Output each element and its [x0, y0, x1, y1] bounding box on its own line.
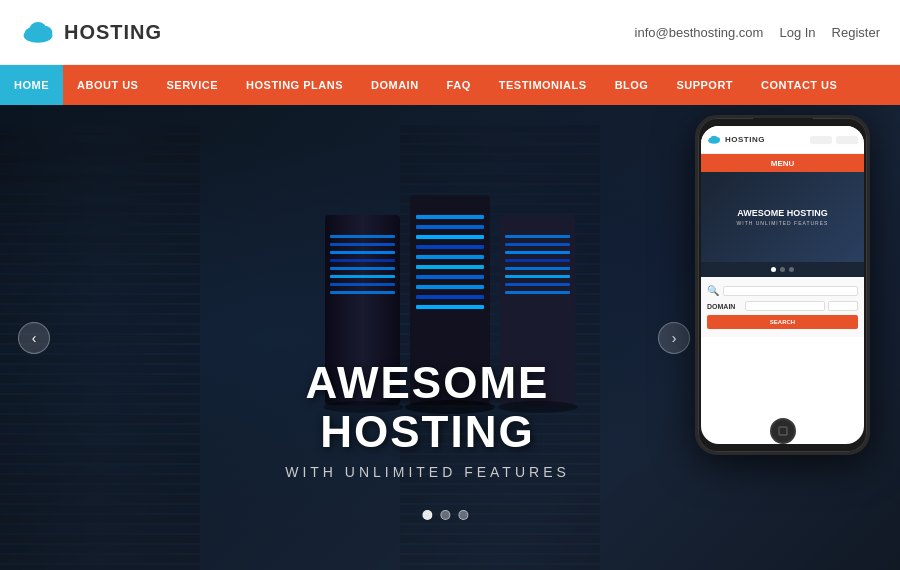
phone-header-right: [810, 136, 858, 144]
svg-rect-31: [505, 275, 570, 278]
svg-rect-29: [505, 259, 570, 262]
slide-dot-2[interactable]: [440, 510, 450, 520]
cloud-icon: [20, 18, 56, 46]
nav-item-contact[interactable]: CONTACT US: [747, 65, 851, 105]
logo: HOSTING: [20, 18, 162, 46]
phone-mockup: HOSTING Menu AWESOME HOSTING WITH UNLIMI…: [695, 115, 870, 455]
header-right: info@besthosting.com Log In Register: [635, 25, 880, 40]
phone-domain-select[interactable]: [828, 301, 858, 311]
phone-home-area: [770, 418, 796, 444]
svg-rect-32: [505, 283, 570, 286]
prev-slide-button[interactable]: ‹: [18, 322, 50, 354]
phone-domain-input[interactable]: [745, 301, 825, 311]
svg-rect-23: [416, 295, 484, 299]
svg-rect-28: [505, 251, 570, 254]
slide-indicators: [422, 510, 468, 520]
svg-rect-41: [779, 427, 787, 435]
main-nav: HOME ABOUT US SERVICE HOSTING PLANS DOMA…: [0, 65, 900, 105]
svg-rect-8: [330, 251, 395, 254]
phone-dot-2: [780, 267, 785, 272]
phone-nav-label: Menu: [771, 159, 795, 168]
phone-search-icon: 🔍: [707, 285, 719, 296]
nav-item-faq[interactable]: FAQ: [433, 65, 485, 105]
phone-search-button-label: SEARCH: [770, 319, 795, 325]
phone-hero-title: AWESOME HOSTING: [737, 208, 829, 220]
nav-item-domain[interactable]: DOMAIN: [357, 65, 433, 105]
slide-dot-1[interactable]: [422, 510, 432, 520]
phone-dot-1: [771, 267, 776, 272]
login-link[interactable]: Log In: [779, 25, 815, 40]
svg-rect-20: [416, 265, 484, 269]
phone-screen: HOSTING Menu AWESOME HOSTING WITH UNLIMI…: [701, 126, 864, 444]
chevron-right-icon: ›: [672, 330, 677, 346]
nav-item-about[interactable]: ABOUT US: [63, 65, 152, 105]
phone-search-input[interactable]: [723, 286, 858, 296]
phone-search-row: 🔍: [707, 285, 858, 296]
svg-rect-16: [416, 225, 484, 229]
phone-register-btn: [836, 136, 858, 144]
svg-rect-24: [416, 305, 484, 309]
nav-item-home[interactable]: HOME: [0, 65, 63, 105]
logo-text: HOSTING: [64, 21, 162, 44]
phone-nav: Menu: [701, 154, 864, 172]
hero-title: AWESOME HOSTING: [203, 359, 653, 456]
svg-rect-27: [505, 243, 570, 246]
svg-rect-6: [330, 235, 395, 238]
svg-rect-7: [330, 243, 395, 246]
phone-header: HOSTING: [701, 126, 864, 154]
svg-rect-9: [330, 259, 395, 262]
header: HOSTING info@besthosting.com Log In Regi…: [0, 0, 900, 65]
phone-logo-text: HOSTING: [725, 135, 765, 144]
svg-rect-30: [505, 267, 570, 270]
home-icon: [777, 425, 789, 437]
phone-dot-3: [789, 267, 794, 272]
phone-home-button[interactable]: [770, 418, 796, 444]
nav-item-service[interactable]: SERVICE: [152, 65, 232, 105]
phone-domain-label: DOMAIN: [707, 303, 742, 310]
svg-rect-10: [330, 267, 395, 270]
svg-rect-11: [330, 275, 395, 278]
hero-section: AWESOME HOSTING WITH UNLIMITED FEATURES …: [0, 105, 900, 570]
phone-domain-row: DOMAIN: [707, 301, 858, 311]
svg-rect-22: [416, 285, 484, 289]
svg-rect-15: [416, 215, 484, 219]
svg-rect-26: [505, 235, 570, 238]
nav-item-support[interactable]: SUPPORT: [662, 65, 747, 105]
phone-cloud-icon: [707, 134, 721, 145]
phone-search-area: 🔍 DOMAIN SEARCH: [701, 277, 864, 337]
chevron-left-icon: ‹: [32, 330, 37, 346]
svg-point-40: [711, 136, 718, 142]
register-link[interactable]: Register: [832, 25, 880, 40]
nav-item-blog[interactable]: BLOG: [601, 65, 663, 105]
phone-search-button[interactable]: SEARCH: [707, 315, 858, 329]
svg-rect-33: [505, 291, 570, 294]
svg-point-3: [29, 22, 47, 38]
email-link[interactable]: info@besthosting.com: [635, 25, 764, 40]
phone-hero-subtitle: WITH UNLIMITED FEATURES: [737, 220, 829, 226]
next-slide-button[interactable]: ›: [658, 322, 690, 354]
phone-notch: [753, 118, 813, 126]
phone-hero: AWESOME HOSTING WITH UNLIMITED FEATURES: [701, 172, 864, 262]
nav-item-hosting-plans[interactable]: HOSTING PLANS: [232, 65, 357, 105]
svg-rect-21: [416, 275, 484, 279]
svg-rect-13: [330, 291, 395, 294]
svg-rect-12: [330, 283, 395, 286]
svg-rect-19: [416, 255, 484, 259]
hero-subtitle: WITH UNLIMITED FEATURES: [203, 464, 653, 480]
phone-login-btn: [810, 136, 832, 144]
svg-rect-18: [416, 245, 484, 249]
hero-content: AWESOME HOSTING WITH UNLIMITED FEATURES: [203, 359, 653, 480]
slide-dot-3[interactable]: [458, 510, 468, 520]
svg-rect-17: [416, 235, 484, 239]
nav-item-testimonials[interactable]: TESTIMONIALS: [485, 65, 601, 105]
phone-slide-dots: [701, 262, 864, 277]
